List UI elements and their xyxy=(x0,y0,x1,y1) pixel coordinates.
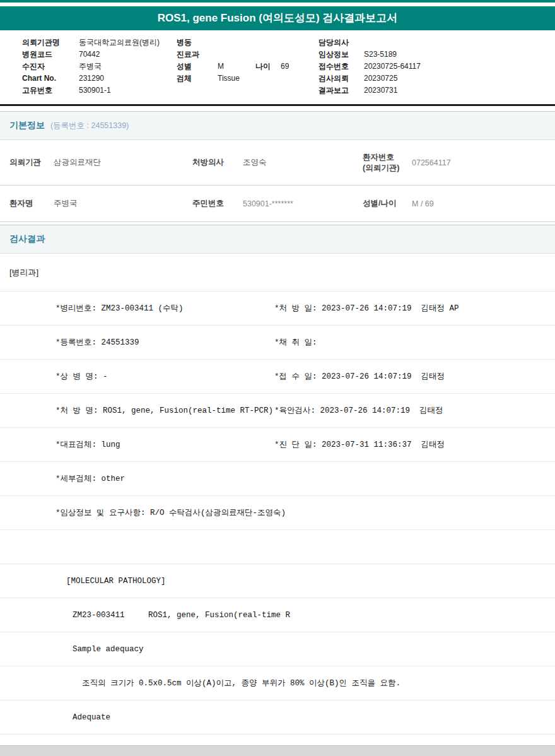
field-label: 수진자 xyxy=(22,61,79,73)
cell-requesting-org: 의뢰기관 삼광의료재단 xyxy=(0,157,192,168)
result-left-text: *등록번호: 24551339 xyxy=(56,337,274,348)
field-ward: 병동 xyxy=(177,37,318,49)
cell-label-line1: 환자번호 xyxy=(363,152,412,163)
field-value: M xyxy=(218,61,255,73)
cell-label: 처방의사 xyxy=(192,157,243,168)
result-line-specimen-test-name: ZM23-003411 ROS1, gene, Fusion(real-time… xyxy=(0,598,555,632)
field-value: 20230731 xyxy=(364,85,397,97)
table-row: 환자명 주병국 주민번호 530901-******* 성별/나이 M / 69 xyxy=(0,186,555,222)
field-accession-no: 접수번호 20230725-64117 xyxy=(318,61,555,73)
cell-value: 주병국 xyxy=(54,198,78,209)
field-chart-no: Chart No. 231290 xyxy=(22,73,177,85)
field-clinical-info: 임상정보 S23-5189 xyxy=(318,49,555,61)
field-result-report-date: 결과보고 20230731 xyxy=(318,85,555,97)
cell-label: 환자번호(의뢰기관) xyxy=(363,152,412,174)
field-label: Chart No. xyxy=(22,73,79,85)
cell-value: 삼광의료재단 xyxy=(54,157,101,168)
field-specimen: 검체 Tissue xyxy=(177,73,318,85)
field-test-request-date: 검사의뢰 20230725 xyxy=(318,73,555,85)
field-label: 고유번호 xyxy=(22,85,79,97)
field-label: 임상정보 xyxy=(318,49,364,61)
result-left-text: [MOLECULAR PATHOLOGY] xyxy=(66,577,285,586)
patient-header-left-column: 의뢰기관명 동국대학교의료원(병리) 병원코드 70442 수진자 주병국 Ch… xyxy=(0,37,177,97)
field-label: 성별 xyxy=(177,61,218,73)
field-attending-doctor: 담당의사 xyxy=(318,37,555,49)
cell-prescribing-doctor: 처방의사 조영숙 xyxy=(192,157,363,168)
cell-value: 조영숙 xyxy=(243,157,267,168)
cell-value: 530901-******* xyxy=(243,199,293,208)
top-accent-rule xyxy=(0,0,555,3)
cell-patient-name: 환자명 주병국 xyxy=(0,198,192,209)
result-line-pathology-no: *병리번호: ZM23-003411 (수탁) *처 방 일: 2023-07-… xyxy=(0,292,555,326)
field-label: 병원코드 xyxy=(22,49,79,61)
horizontal-scrollbar[interactable] xyxy=(0,745,555,756)
report-title: ROS1, gene Fusion (여의도성모) 검사결과보고서 xyxy=(0,6,555,30)
field-value: 70442 xyxy=(79,49,100,61)
field-value: 20230725-64117 xyxy=(364,61,421,73)
field-label: 나이 xyxy=(255,61,281,73)
result-right-text: *처 방 일: 2023-07-26 14:07:19 김태정 AP xyxy=(274,303,459,314)
field-examinee: 수진자 주병국 xyxy=(22,61,177,73)
field-label: 진료과 xyxy=(177,49,218,61)
result-right-text: *접 수 일: 2023-07-26 14:07:19 김태정 xyxy=(274,371,445,382)
field-value: S23-5189 xyxy=(364,49,397,61)
basic-info-table: 의뢰기관 삼광의료재단 처방의사 조영숙 환자번호(의뢰기관) 07256411… xyxy=(0,140,555,222)
field-unique-no: 고유번호 530901-1 xyxy=(22,85,177,97)
result-left-text: *상 병 명: - xyxy=(56,371,274,382)
table-row: 의뢰기관 삼광의료재단 처방의사 조영숙 환자번호(의뢰기관) 07256411… xyxy=(0,140,555,186)
cell-sex-age: 성별/나이 M / 69 xyxy=(363,198,555,209)
result-line-registration-no: *등록번호: 24551339 *채 취 일: xyxy=(0,326,555,360)
result-left-text: Adequate xyxy=(73,713,291,722)
result-line-clinical-info: *임상정보 및 요구사항: R/O 수탁검사(삼광의료재단-조영숙) xyxy=(0,496,555,530)
result-line-main-specimen: *대표검체: lung *진 단 일: 2023-07-31 11:36:37 … xyxy=(0,428,555,462)
cell-label: 주민번호 xyxy=(192,198,243,209)
field-value: 69 xyxy=(281,61,289,73)
field-label: 검체 xyxy=(177,73,218,85)
field-sex-age: 성별 M 나이 69 xyxy=(177,61,318,73)
cell-label: 성별/나이 xyxy=(363,198,412,209)
field-value: Tissue xyxy=(218,73,240,85)
result-left-text: *처 방 명: ROS1, gene, Fusion(real-time RT-… xyxy=(56,405,274,416)
result-left-text: 조직의 크기가 0.5x0.5cm 이상(A)이고, 종양 부위가 80% 이상… xyxy=(82,678,301,688)
cell-label: 환자명 xyxy=(9,198,54,209)
result-line-order-name: *처 방 명: ROS1, gene, Fusion(real-time RT-… xyxy=(0,394,555,428)
field-value: 231290 xyxy=(79,73,104,85)
result-left-text: *세부검체: other xyxy=(56,473,274,484)
cell-label-line2: (의뢰기관) xyxy=(363,163,412,174)
field-label: 접수번호 xyxy=(318,61,364,73)
result-line-sample-adequacy-heading: Sample adequacy xyxy=(0,632,555,666)
result-left-text: ZM23-003411 ROS1, gene, Fusion(real-time… xyxy=(73,611,291,620)
field-value: 주병국 xyxy=(79,61,102,73)
field-label: 검사의뢰 xyxy=(318,73,364,85)
result-line-molecular-pathology-heading: [MOLECULAR PATHOLOGY] xyxy=(0,564,555,598)
section-subtitle: (등록번호 : 24551339) xyxy=(50,121,129,130)
field-label: 결과보고 xyxy=(318,85,364,97)
cell-value: M / 69 xyxy=(412,199,434,208)
cell-resident-number: 주민번호 530901-******* xyxy=(192,198,363,209)
patient-header: 의뢰기관명 동국대학교의료원(병리) 병원코드 70442 수진자 주병국 Ch… xyxy=(0,30,555,106)
result-line-sub-specimen: *세부검체: other xyxy=(0,462,555,496)
result-right-text: *채 취 일: xyxy=(274,337,317,348)
section-title: 검사결과 xyxy=(9,233,45,244)
result-right-text: *진 단 일: 2023-07-31 11:36:37 김태정 xyxy=(274,439,445,450)
result-line-diagnosis-name: *상 병 명: - *접 수 일: 2023-07-26 14:07:19 김태… xyxy=(0,360,555,394)
result-line-adequacy-result: Adequate xyxy=(0,700,555,735)
cell-value: 072564117 xyxy=(412,158,451,167)
field-value: 530901-1 xyxy=(79,85,111,97)
field-hospital-code: 병원코드 70442 xyxy=(22,49,177,61)
field-requesting-org: 의뢰기관명 동국대학교의료원(병리) xyxy=(22,37,177,49)
patient-header-right-column: 담당의사 임상정보 S23-5189 접수번호 20230725-64117 검… xyxy=(318,37,555,97)
result-left-text: Sample adequacy xyxy=(73,645,291,654)
results-section-header: 검사결과 xyxy=(0,225,555,254)
field-value: 동국대학교의료원(병리) xyxy=(79,37,160,49)
field-department: 진료과 xyxy=(177,49,318,61)
field-label: 담당의사 xyxy=(318,37,364,49)
department-label: [병리과] xyxy=(0,254,555,292)
result-line-adequacy-criteria: 조직의 크기가 0.5x0.5cm 이상(A)이고, 종양 부위가 80% 이상… xyxy=(0,666,555,700)
section-title: 기본정보 xyxy=(9,120,45,130)
field-label: 병동 xyxy=(177,37,218,49)
result-left-text: *대표검체: lung xyxy=(56,439,274,450)
cell-label: 의뢰기관 xyxy=(9,157,54,168)
cell-patient-number: 환자번호(의뢰기관) 072564117 xyxy=(363,152,555,174)
result-line-blank xyxy=(0,530,555,564)
